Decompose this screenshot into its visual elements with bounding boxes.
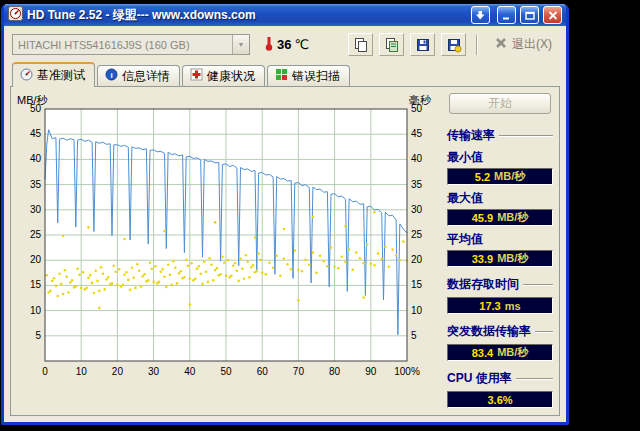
svg-text:30: 30	[411, 204, 423, 215]
tab-bar: 基准测试 i 信息详情 健康状况 错误扫描	[4, 61, 566, 86]
svg-text:80: 80	[329, 366, 341, 377]
group-header-access-time: 数据存取时间	[447, 276, 553, 293]
svg-text:毫秒: 毫秒	[409, 94, 432, 106]
window-title: HD Tune 2.52 - 绿盟--- www.xdowns.com	[27, 7, 467, 24]
tab-label: 健康状况	[207, 68, 255, 85]
exit-label: 退出(X)	[512, 36, 552, 53]
stat-label-min: 最小值	[447, 149, 553, 166]
svg-text:15: 15	[30, 279, 42, 290]
minimize-button[interactable]	[497, 6, 516, 24]
minimize-icon	[502, 11, 512, 20]
svg-text:45: 45	[30, 128, 42, 139]
svg-text:20: 20	[30, 254, 42, 265]
svg-text:60: 60	[257, 366, 269, 377]
avg-value-box: 33.9 MB/秒	[447, 250, 553, 267]
maximize-button[interactable]	[520, 6, 539, 24]
save-button[interactable]	[410, 33, 435, 56]
download-button[interactable]	[471, 6, 490, 24]
tab-info[interactable]: i 信息详情	[97, 65, 180, 86]
titlebar[interactable]: HD Tune 2.52 - 绿盟--- www.xdowns.com	[4, 4, 566, 26]
scan-grid-icon	[275, 68, 288, 84]
x-icon	[494, 36, 508, 53]
svg-text:5: 5	[411, 330, 417, 341]
svg-text:40: 40	[411, 153, 423, 164]
maximize-icon	[525, 11, 535, 20]
toolbar: HITACHI HTS541616J9S (160 GB) ▼ 36 ℃	[4, 26, 566, 61]
tab-benchmark[interactable]: 基准测试	[12, 62, 95, 87]
cpu-usage-box: 3.6%	[447, 391, 553, 408]
max-value-box: 45.9 MB/秒	[447, 209, 553, 226]
svg-text:5: 5	[35, 330, 41, 341]
svg-text:30: 30	[148, 366, 160, 377]
save-icon	[415, 37, 431, 53]
svg-text:25: 25	[30, 229, 42, 240]
svg-text:90: 90	[365, 366, 377, 377]
svg-text:30: 30	[30, 204, 42, 215]
group-rule	[516, 378, 553, 380]
drive-select-value: HITACHI HTS541616J9S (160 GB)	[13, 39, 232, 51]
group-title: CPU 使用率	[447, 370, 512, 387]
svg-text:10: 10	[76, 366, 88, 377]
group-header-cpu-usage: CPU 使用率	[447, 370, 553, 387]
stat-label-avg: 平均值	[447, 231, 553, 248]
copy-icon	[353, 37, 369, 53]
download-icon	[475, 10, 486, 21]
desktop-background: HD Tune 2.52 - 绿盟--- www.xdowns.com HITA…	[0, 0, 640, 431]
toolbar-separator	[476, 35, 478, 55]
app-icon	[8, 6, 23, 25]
svg-text:20: 20	[411, 254, 423, 265]
temperature-value: 36	[277, 37, 291, 52]
group-rule	[523, 284, 553, 286]
svg-text:35: 35	[30, 179, 42, 190]
tab-label: 信息详情	[122, 68, 170, 85]
min-value-box: 5.2 MB/秒	[447, 168, 553, 185]
app-window: HD Tune 2.52 - 绿盟--- www.xdowns.com HITA…	[1, 4, 569, 425]
thermometer-icon	[264, 35, 274, 54]
save-image-icon	[446, 37, 462, 53]
gauge-icon	[20, 68, 33, 84]
start-button[interactable]: 开始	[449, 93, 551, 114]
svg-text:i: i	[110, 71, 112, 80]
svg-text:20: 20	[112, 366, 124, 377]
group-rule	[499, 135, 553, 137]
svg-text:50: 50	[220, 366, 232, 377]
burst-rate-box: 83.4 MB/秒	[447, 344, 553, 361]
svg-text:40: 40	[30, 153, 42, 164]
temperature-unit: ℃	[294, 37, 309, 52]
drive-select[interactable]: HITACHI HTS541616J9S (160 GB) ▼	[12, 34, 250, 55]
temperature-indicator: 36 ℃	[264, 35, 309, 54]
svg-text:45: 45	[411, 128, 423, 139]
health-cross-icon	[190, 68, 203, 84]
info-icon: i	[105, 68, 118, 84]
svg-text:0: 0	[42, 366, 48, 377]
tab-label: 错误扫描	[292, 68, 340, 85]
tab-label: 基准测试	[37, 67, 85, 84]
copy-button[interactable]	[348, 33, 373, 56]
group-header-burst-rate: 突发数据传输率	[447, 323, 553, 340]
copy-image-button[interactable]	[379, 33, 404, 56]
exit-button[interactable]: 退出(X)	[488, 34, 558, 55]
chevron-down-icon[interactable]: ▼	[232, 35, 249, 54]
svg-text:10: 10	[411, 305, 423, 316]
group-title: 突发数据传输率	[447, 323, 531, 340]
svg-text:15: 15	[411, 279, 423, 290]
svg-text:25: 25	[411, 229, 423, 240]
stat-label-max: 最大值	[447, 190, 553, 207]
tab-health[interactable]: 健康状况	[182, 65, 265, 86]
benchmark-chart: 5050454540403535303025252020151510105501…	[11, 87, 445, 415]
benchmark-page: 5050454540403535303025252020151510105501…	[10, 86, 560, 416]
group-title: 传输速率	[447, 127, 495, 144]
svg-text:40: 40	[184, 366, 196, 377]
close-icon	[548, 11, 558, 20]
results-panel: 开始 传输速率 最小值 5.2 MB/秒 最大值 45.9 MB/秒 平均值 3…	[445, 87, 559, 415]
close-button[interactable]	[543, 6, 562, 24]
svg-text:35: 35	[411, 179, 423, 190]
tab-error-scan[interactable]: 错误扫描	[267, 65, 350, 86]
group-title: 数据存取时间	[447, 276, 519, 293]
copy-image-icon	[384, 37, 400, 53]
svg-text:70: 70	[293, 366, 305, 377]
save-image-button[interactable]	[441, 33, 466, 56]
group-header-transfer-rate: 传输速率	[447, 127, 553, 144]
svg-text:100%: 100%	[394, 366, 420, 377]
svg-text:MB/秒: MB/秒	[17, 94, 49, 106]
